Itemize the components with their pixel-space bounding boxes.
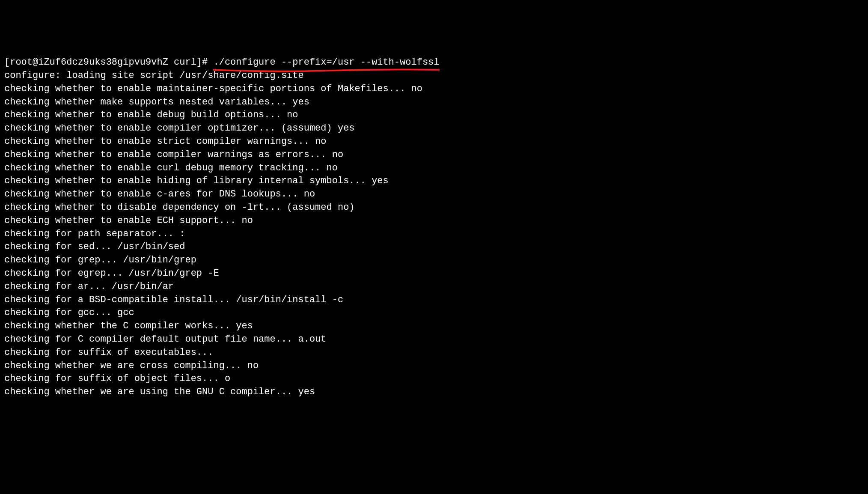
- terminal-output-line: checking whether we are cross compiling.…: [4, 360, 864, 373]
- terminal-output-line: checking whether the C compiler works...…: [4, 320, 864, 333]
- terminal-output-line: checking whether to enable curl debug me…: [4, 162, 864, 175]
- terminal-output-line: checking for a BSD-compatible install...…: [4, 294, 864, 307]
- terminal-output-line: checking for ar... /usr/bin/ar: [4, 280, 864, 294]
- terminal-output-line: checking whether make supports nested va…: [4, 96, 864, 109]
- shell-command: ./configure --prefix=/usr --with-wolfssl: [213, 56, 439, 69]
- terminal-output-line: checking whether to enable compiler warn…: [4, 149, 864, 162]
- terminal-output: configure: loading site script /usr/shar…: [4, 69, 864, 399]
- terminal-output-line: checking whether to enable hiding of lib…: [4, 175, 864, 188]
- terminal-output-line: checking for egrep... /usr/bin/grep -E: [4, 267, 864, 280]
- terminal[interactable]: [root@iZuf6dcz9uks38gipvu9vhZ curl]# ./c…: [4, 56, 864, 399]
- terminal-output-line: checking whether we are using the GNU C …: [4, 386, 864, 399]
- terminal-output-line: checking whether to disable dependency o…: [4, 201, 864, 214]
- terminal-output-line: checking for gcc... gcc: [4, 307, 864, 320]
- terminal-output-line: checking for sed... /usr/bin/sed: [4, 241, 864, 254]
- terminal-output-line: checking for grep... /usr/bin/grep: [4, 254, 864, 267]
- shell-prompt: [root@iZuf6dcz9uks38gipvu9vhZ curl]#: [4, 57, 213, 68]
- terminal-output-line: checking whether to enable c-ares for DN…: [4, 188, 864, 201]
- terminal-output-line: checking whether to enable compiler opti…: [4, 122, 864, 135]
- terminal-output-line: checking for suffix of executables...: [4, 346, 864, 360]
- terminal-output-line: checking for path separator... :: [4, 228, 864, 241]
- terminal-output-line: checking whether to enable strict compil…: [4, 135, 864, 149]
- terminal-output-line: checking for C compiler default output f…: [4, 333, 864, 346]
- shell-prompt-line: [root@iZuf6dcz9uks38gipvu9vhZ curl]# ./c…: [4, 56, 864, 69]
- terminal-output-line: checking whether to enable debug build o…: [4, 109, 864, 122]
- terminal-output-line: checking whether to enable ECH support..…: [4, 214, 864, 228]
- terminal-output-line: checking whether to enable maintainer-sp…: [4, 83, 864, 96]
- terminal-output-line: configure: loading site script /usr/shar…: [4, 69, 864, 83]
- shell-command-text: ./configure --prefix=/usr --with-wolfssl: [213, 57, 439, 68]
- terminal-output-line: checking for suffix of object files... o: [4, 372, 864, 386]
